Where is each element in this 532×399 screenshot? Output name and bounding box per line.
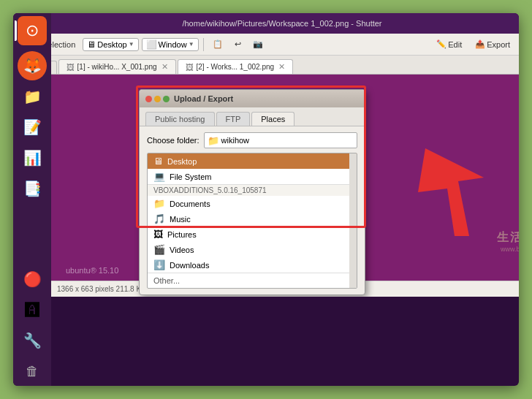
other-label: Other... xyxy=(153,276,180,285)
presentation-icon: 📑 xyxy=(23,180,42,197)
watermark-url: www.bimeiz.com xyxy=(497,246,519,253)
choose-folder-row: Choose folder: 📁 wikihow xyxy=(147,132,357,148)
folder-item-desktop[interactable]: 🖥 Desktop xyxy=(148,153,357,169)
desktop-folder-icon: 🖥 xyxy=(153,156,163,167)
trash-icon: 🗑 xyxy=(26,364,39,379)
folder-item-videos[interactable]: 🎬 Videos xyxy=(148,242,357,257)
tab1-close[interactable]: ✕ xyxy=(162,62,168,72)
folder-item-pictures[interactable]: 🖼 Pictures xyxy=(148,227,357,242)
tools-icon: 🔧 xyxy=(23,332,42,349)
dialog-maximize-button[interactable] xyxy=(163,96,170,102)
vbox-item: VBOXADDITIONS_5.0.16_105871 xyxy=(148,184,357,196)
filesystem-folder-icon: 💻 xyxy=(153,171,165,182)
tab-ftp[interactable]: FTP xyxy=(216,112,251,126)
right-toolbar: ✏️ Edit 📤 Export xyxy=(432,38,514,50)
tab-places[interactable]: Places xyxy=(251,112,294,126)
content-area: ⊙ 🦊 📁 📝 📊 📑 🔴 🅰 xyxy=(13,75,519,386)
dialog-overlay: Upload / Export Public hosting FTP Place… xyxy=(51,75,519,281)
edit-label: Edit xyxy=(448,40,462,49)
files-icon: 📁 xyxy=(23,88,42,105)
folder-item-filesystem[interactable]: 💻 File System xyxy=(148,169,357,184)
copy-button[interactable]: 📋 xyxy=(208,38,227,50)
folder-item-downloads[interactable]: ⬇️ Downloads xyxy=(148,257,357,273)
camera-button[interactable]: 📷 xyxy=(248,38,267,50)
downloads-icon: ⬇️ xyxy=(153,259,165,270)
export-label: Export xyxy=(487,40,510,49)
ubuntu-branding: ubuntu® 15.10 xyxy=(66,266,118,275)
tab-1[interactable]: 🖼 [1] - wikiHo... X_001.png ✕ xyxy=(58,59,176,74)
ubuntu-icon: ⊙ xyxy=(26,21,39,40)
tab-places-label: Places xyxy=(261,115,285,123)
upload-export-dialog[interactable]: Upload / Export Public hosting FTP Place… xyxy=(139,89,365,295)
folder-item-music[interactable]: 🎵 Music xyxy=(148,211,357,227)
window-dropdown[interactable]: ⬜ Window ▼ xyxy=(142,38,199,51)
copy-icon: 📋 xyxy=(213,39,223,49)
folder-list: 🖥 Desktop 💻 File System VBOXADDITIONS_5.… xyxy=(147,153,357,289)
music-icon: 🎵 xyxy=(153,213,165,224)
tab2-label: [2] - Works... 1_002.png xyxy=(197,63,275,71)
videos-label: Videos xyxy=(170,246,194,254)
desktop-dropdown[interactable]: 🖥 Desktop ▼ xyxy=(83,38,138,51)
other-item[interactable]: Other... xyxy=(148,273,357,288)
tab2-close[interactable]: ✕ xyxy=(278,62,285,72)
sidebar-icon-document[interactable]: 📝 xyxy=(18,113,47,142)
dialog-body: Choose folder: 📁 wikihow 🖥 Desktop xyxy=(140,126,365,294)
tab-2[interactable]: 🖼 [2] - Works... 1_002.png ✕ xyxy=(178,59,294,74)
sidebar-icon-amazon[interactable]: 🅰 xyxy=(18,295,47,324)
status-text: 1366 x 663 pixels 211.8 KB xyxy=(57,285,146,293)
window-dropdown-arrow: ▼ xyxy=(189,41,194,48)
dialog-window-controls xyxy=(145,96,170,102)
amazon-icon: 🅰 xyxy=(25,302,39,319)
sidebar-icon-spreadsheet[interactable]: 📊 xyxy=(18,143,47,172)
sidebar-icon-files[interactable]: 📁 xyxy=(18,82,47,111)
redo-button[interactable]: ↩ xyxy=(230,38,246,50)
folder-input-value: wikihow xyxy=(221,136,250,145)
sidebar-icon-trash[interactable]: 🗑 xyxy=(18,357,47,386)
desktop-area: ubuntu® 15.10 1366 x 663 pixels 211.8 KB xyxy=(51,75,519,297)
dialog-minimize-button[interactable] xyxy=(154,96,161,102)
watermark-zh: 生活百科 xyxy=(497,230,519,246)
dialog-scrollbar[interactable] xyxy=(349,153,357,288)
videos-icon: 🎬 xyxy=(153,244,165,255)
edit-button[interactable]: ✏️ Edit xyxy=(432,38,466,50)
sidebar-icon-tools[interactable]: 🔧 xyxy=(18,326,47,355)
red-arrow-annotation xyxy=(411,134,519,253)
dialog-close-button[interactable] xyxy=(145,96,152,102)
toolbar: ◀ ↖ Selection 🖥 Desktop ▼ ⬜ Window ▼ 📋 ↩… xyxy=(13,34,519,56)
dialog-title: Upload / Export xyxy=(174,94,233,103)
camera-icon: 📷 xyxy=(253,39,263,49)
tab-ftp-label: FTP xyxy=(226,115,241,123)
window-title: /home/wikihow/Pictures/Workspace 1_002.p… xyxy=(51,19,513,28)
sidebar-icon-firefox[interactable]: 🦊 xyxy=(18,51,47,80)
vbox-label: VBOXADDITIONS_5.0.16_105871 xyxy=(153,186,267,194)
tab-public-label: Public hosting xyxy=(155,115,205,123)
svg-marker-0 xyxy=(418,148,484,236)
folder-item-documents[interactable]: 📁 Documents xyxy=(148,196,357,211)
window-label: Window xyxy=(159,40,187,49)
appstore-icon: 🔴 xyxy=(23,270,42,288)
music-label: Music xyxy=(170,215,191,224)
document-icon: 📝 xyxy=(23,118,42,136)
ubuntu-version: ubuntu® 15.10 xyxy=(66,266,118,275)
title-bar: /home/wikihow/Pictures/Workspace 1_002.p… xyxy=(13,13,519,34)
tab-public-hosting[interactable]: Public hosting xyxy=(145,112,215,126)
folder-input-icon: 📁 xyxy=(208,135,219,146)
folder-input[interactable]: 📁 wikihow xyxy=(204,132,357,148)
pictures-label: Pictures xyxy=(167,230,197,239)
dialog-tabs: Public hosting FTP Places xyxy=(140,107,365,126)
firefox-icon: 🦊 xyxy=(23,57,42,75)
desktop-folder-label: Desktop xyxy=(167,157,197,166)
tab1-label: [1] - wikiHo... X_001.png xyxy=(77,63,157,71)
sidebar-icon-appstore[interactable]: 🔴 xyxy=(18,265,47,294)
desktop-label: Desktop xyxy=(97,40,126,49)
sidebar-icon-home[interactable]: ⊙ xyxy=(18,16,47,45)
sidebar: ⊙ 🦊 📁 📝 📊 📑 🔴 🅰 xyxy=(13,13,51,386)
sidebar-icon-presentation[interactable]: 📑 xyxy=(18,174,47,203)
main-window: /home/wikihow/Pictures/Workspace 1_002.p… xyxy=(13,13,519,386)
export-button[interactable]: 📤 Export xyxy=(471,38,514,50)
edit-icon: ✏️ xyxy=(436,39,446,49)
watermark-container: 生活百科 www.bimeiz.com xyxy=(497,230,519,253)
downloads-label: Downloads xyxy=(170,261,209,270)
documents-label: Documents xyxy=(170,200,210,208)
spreadsheet-icon: 📊 xyxy=(23,149,42,167)
